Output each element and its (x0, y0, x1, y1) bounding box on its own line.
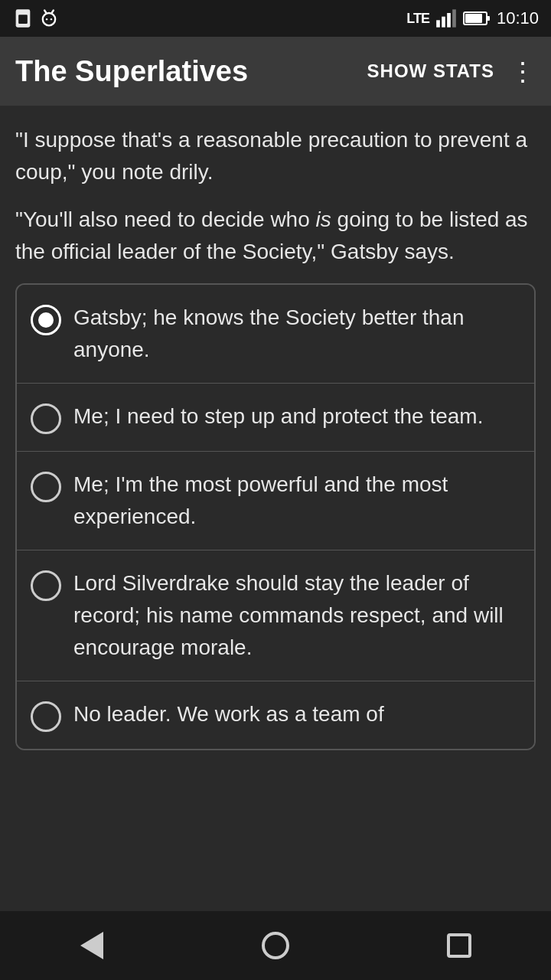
more-options-icon[interactable]: ⋮ (510, 58, 536, 84)
narrative-paragraph-2: "You'll also need to decide who is going… (15, 204, 536, 268)
signal-icon (435, 8, 457, 29)
svg-point-2 (43, 13, 55, 25)
status-time: 10:10 (497, 8, 539, 28)
svg-rect-9 (447, 13, 451, 28)
sim-icon (12, 8, 34, 29)
choice-option-3[interactable]: Me; I'm the most powerful and the most e… (17, 452, 534, 550)
home-button[interactable] (245, 915, 306, 976)
back-icon (80, 932, 103, 959)
svg-point-5 (46, 18, 47, 20)
nav-bar (0, 911, 551, 980)
app-bar: The Superlatives SHOW STATS ⋮ (0, 37, 551, 106)
app-bar-actions: SHOW STATS ⋮ (367, 58, 536, 84)
battery-icon (463, 8, 491, 29)
choice-text-4: Lord Silverdrake should stay the leader … (73, 567, 520, 664)
choice-option-4[interactable]: Lord Silverdrake should stay the leader … (17, 550, 534, 681)
italic-word: is (316, 207, 331, 231)
radio-button-4[interactable] (31, 570, 61, 601)
choice-option-2[interactable]: Me; I need to step up and protect the te… (17, 384, 534, 452)
narrative-paragraph-1: "I suppose that's a reasonable precautio… (15, 124, 536, 188)
recents-icon (447, 933, 471, 958)
status-bar: LTE 10:10 (0, 0, 551, 37)
home-icon (262, 932, 289, 959)
lte-indicator: LTE (406, 11, 429, 27)
choice-option-1[interactable]: Gatsby; he knows the Society better than… (17, 285, 534, 384)
svg-rect-1 (18, 15, 28, 24)
choice-text-5: No leader. We work as a team of (73, 698, 520, 730)
choice-text-3: Me; I'm the most powerful and the most e… (73, 469, 520, 533)
show-stats-button[interactable]: SHOW STATS (367, 60, 494, 82)
svg-rect-7 (436, 20, 440, 27)
radio-button-2[interactable] (31, 403, 61, 434)
app-title: The Superlatives (15, 55, 367, 88)
radio-button-5[interactable] (31, 701, 61, 732)
content-area: "I suppose that's a reasonable precautio… (0, 106, 551, 911)
choice-text-1: Gatsby; he knows the Society better than… (73, 302, 520, 366)
choice-text-2: Me; I need to step up and protect the te… (73, 400, 520, 433)
android-icon (38, 8, 60, 29)
back-button[interactable] (61, 915, 122, 976)
radio-button-3[interactable] (31, 472, 61, 502)
svg-line-3 (44, 11, 46, 14)
radio-button-1[interactable] (31, 305, 61, 335)
svg-rect-13 (465, 14, 482, 23)
svg-point-6 (51, 18, 52, 20)
status-bar-left-icons (12, 8, 60, 29)
svg-rect-12 (487, 16, 490, 21)
svg-rect-8 (442, 17, 445, 28)
svg-line-4 (52, 11, 54, 14)
recents-button[interactable] (429, 915, 490, 976)
choice-option-5[interactable]: No leader. We work as a team of (17, 681, 534, 749)
choices-container: Gatsby; he knows the Society better than… (15, 283, 536, 750)
svg-rect-10 (452, 9, 456, 27)
